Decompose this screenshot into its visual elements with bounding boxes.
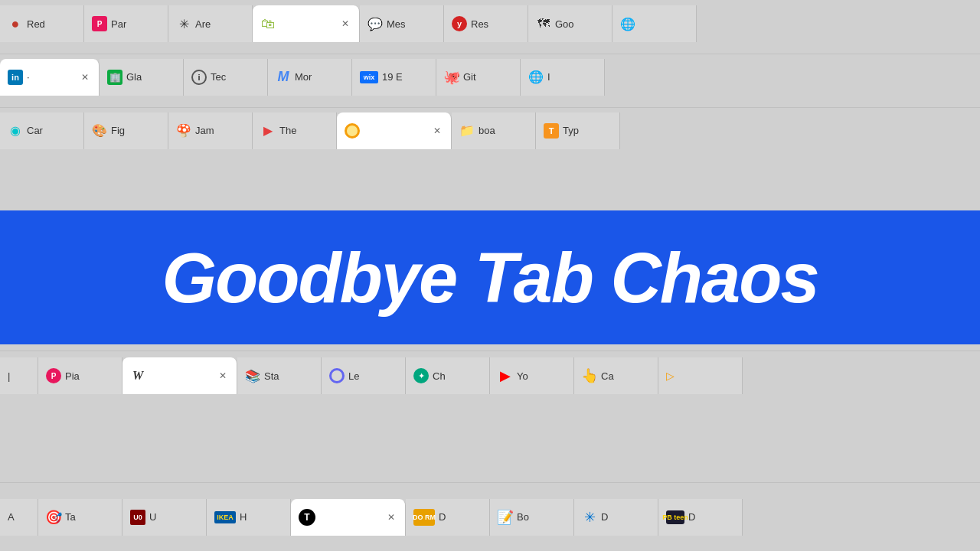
tab-glassdoor-label: Gla bbox=[126, 71, 142, 83]
tab-stackoverflow[interactable]: 📚 Sta bbox=[237, 357, 322, 394]
tab-dorm-label: D bbox=[439, 511, 446, 523]
tab-row-6: A 🎯 Ta U0 U IKEA H T ✕ DO RM D 📝 bbox=[0, 482, 980, 551]
tab-shopify[interactable]: 🛍 ✕ bbox=[253, 5, 360, 42]
tab-pb[interactable]: PB teen D bbox=[658, 499, 743, 536]
tab-chatgpt[interactable]: ✦ Ch bbox=[406, 357, 490, 394]
tab-type[interactable]: T Typ bbox=[536, 112, 620, 149]
tab-maps-label: Goo bbox=[555, 18, 574, 30]
orbit-close-button[interactable]: ✕ bbox=[431, 125, 443, 137]
tab-row-3: ◉ Car 🎨 Fig 🍄 Jam ▶ The ✕ 📁 boa bbox=[0, 107, 980, 153]
type-icon: T bbox=[544, 123, 559, 139]
orbit-icon bbox=[345, 123, 360, 139]
tab-left-p[interactable]: | bbox=[0, 357, 38, 394]
tab-gmail-label: Mor bbox=[295, 71, 312, 83]
info-icon: i bbox=[191, 70, 207, 85]
tab-poshmark-label: Pia bbox=[65, 370, 80, 382]
tab-drive-label: boa bbox=[479, 125, 495, 136]
tab-messenger[interactable]: 💬 Mes bbox=[360, 5, 444, 42]
tab-hand[interactable]: 👆 Ca bbox=[574, 357, 658, 394]
ikea-icon: IKEA bbox=[214, 511, 236, 523]
tab-ikea[interactable]: IKEA H bbox=[207, 499, 291, 536]
globe-icon: 🌐 bbox=[528, 70, 544, 85]
tab-right-cut[interactable]: ▷ bbox=[658, 357, 743, 394]
tab-globe[interactable]: 🌐 I bbox=[521, 59, 605, 96]
are-icon: ✳ bbox=[176, 16, 191, 31]
sticky-icon: 📝 bbox=[498, 510, 513, 525]
tab-row-2: in · ✕ 🏢 Gla i Tec M Mor wix 19 E 🐙 Git bbox=[0, 54, 980, 99]
wikipedia-close-button[interactable]: ✕ bbox=[217, 370, 229, 382]
tab-yelp[interactable]: y Res bbox=[444, 5, 528, 42]
stack-icon: 📚 bbox=[245, 368, 260, 383]
tab-nyt[interactable]: T ✕ bbox=[291, 499, 406, 536]
youtube-icon: ▶ bbox=[498, 368, 513, 383]
hand-icon: 👆 bbox=[582, 368, 597, 383]
tab-github-label: Git bbox=[463, 71, 476, 83]
tab-wix[interactable]: wix 19 E bbox=[352, 59, 436, 96]
canva-icon: ◉ bbox=[8, 123, 23, 139]
poshmark-icon: P bbox=[46, 368, 61, 383]
gmail-icon: M bbox=[276, 70, 291, 85]
tab-wikipedia[interactable]: W ✕ bbox=[122, 357, 237, 394]
tab-youtube-label: Yo bbox=[517, 370, 528, 382]
tab-red[interactable]: ● Red bbox=[0, 5, 84, 42]
browser-tabs-bg: ● Red P Par ✳ Are 🛍 ✕ 💬 Mes y Res bbox=[0, 0, 980, 551]
linkedin-close-button[interactable]: ✕ bbox=[79, 71, 91, 83]
tab-par[interactable]: P Par bbox=[84, 5, 168, 42]
glassdoor-icon: 🏢 bbox=[107, 70, 122, 85]
tab-target-label: Ta bbox=[65, 511, 76, 523]
tab-maps[interactable]: 🗺 Goo bbox=[528, 5, 612, 42]
tab-anon-label: A bbox=[8, 511, 15, 523]
wix-icon: wix bbox=[360, 71, 378, 83]
tab-youtube[interactable]: ▶ Yo bbox=[490, 357, 574, 394]
tab-the[interactable]: ▶ The bbox=[253, 112, 337, 149]
tab-canva[interactable]: ◉ Car bbox=[0, 112, 84, 149]
tab-gmail[interactable]: M Mor bbox=[268, 59, 352, 96]
drive-icon: 📁 bbox=[459, 123, 475, 139]
tab-dorm[interactable]: DO RM D bbox=[406, 499, 490, 536]
tab-walmart-label: D bbox=[601, 511, 608, 523]
tab-globe-label: I bbox=[547, 71, 550, 83]
tab-walmart[interactable]: ✳ D bbox=[574, 499, 658, 536]
tab-linkedin[interactable]: in · ✕ bbox=[0, 59, 100, 96]
tab-yelp-label: Res bbox=[471, 18, 488, 30]
tab-par-label: Par bbox=[111, 18, 126, 30]
tab-the-label: The bbox=[279, 125, 296, 136]
tab-jam[interactable]: 🍄 Jam bbox=[168, 112, 253, 149]
walmart-icon: ✳ bbox=[582, 510, 597, 525]
tab-target[interactable]: 🎯 Ta bbox=[38, 499, 122, 536]
messenger-icon: 💬 bbox=[368, 16, 383, 31]
hero-banner: Goodbye Tab Chaos bbox=[0, 210, 980, 344]
tab-pb-label: D bbox=[688, 511, 695, 523]
tab-lemon[interactable]: Le bbox=[322, 357, 406, 394]
tab-anon[interactable]: A bbox=[0, 499, 38, 536]
tab-red-label: Red bbox=[27, 18, 45, 30]
maps-icon: 🗺 bbox=[536, 16, 551, 31]
red-icon: ● bbox=[8, 16, 23, 31]
shopify-icon: 🛍 bbox=[260, 16, 276, 31]
nyt-close-button[interactable]: ✕ bbox=[385, 511, 397, 523]
tab-poshmark[interactable]: P Pia bbox=[38, 357, 122, 394]
tab-overflow1[interactable]: 🌐 bbox=[612, 5, 697, 42]
tab-hand-label: Ca bbox=[601, 370, 614, 382]
tab-row-5: | P Pia W ✕ 📚 Sta Le ✦ Ch ▶ Yo bbox=[0, 350, 980, 400]
tab-tech-label: Tec bbox=[211, 71, 226, 83]
tab-messenger-label: Mes bbox=[387, 18, 406, 30]
par-icon: P bbox=[92, 16, 107, 31]
tab-are[interactable]: ✳ Are bbox=[168, 5, 253, 42]
lemon-icon bbox=[329, 368, 345, 383]
tab-drive[interactable]: 📁 boa bbox=[452, 112, 536, 149]
tab-tech[interactable]: i Tec bbox=[184, 59, 268, 96]
pb-icon: PB teen bbox=[666, 510, 684, 524]
tab-are-label: Are bbox=[195, 18, 211, 30]
tab-glassdoor[interactable]: 🏢 Gla bbox=[100, 59, 184, 96]
wikipedia-icon: W bbox=[130, 368, 145, 383]
github-icon: 🐙 bbox=[444, 70, 459, 85]
tab-sticky[interactable]: 📝 Bo bbox=[490, 499, 574, 536]
tab-github[interactable]: 🐙 Git bbox=[436, 59, 521, 96]
tab-ublock[interactable]: U0 U bbox=[122, 499, 207, 536]
nyt-icon: T bbox=[299, 509, 315, 526]
tab-figma[interactable]: 🎨 Fig bbox=[84, 112, 168, 149]
shopify-close-button[interactable]: ✕ bbox=[339, 18, 351, 30]
tab-ikea-label: H bbox=[240, 511, 247, 523]
tab-orbit[interactable]: ✕ bbox=[337, 112, 452, 149]
